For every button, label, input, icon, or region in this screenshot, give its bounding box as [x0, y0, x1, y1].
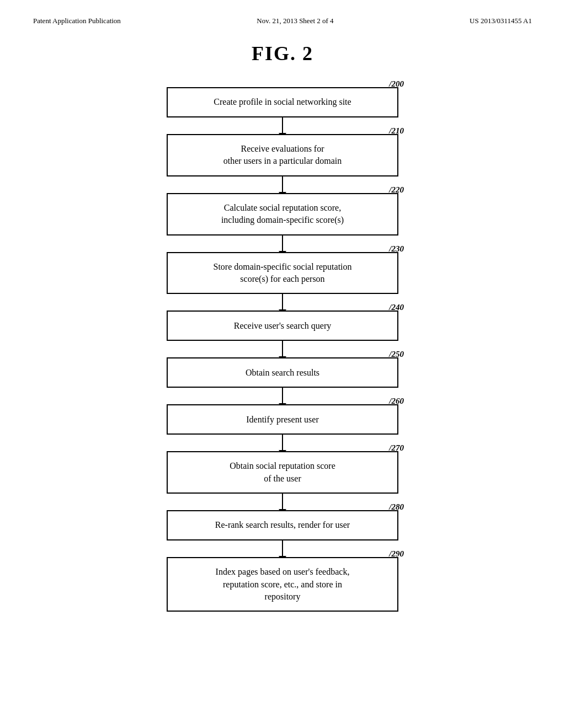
box-wrapper-240: /240Receive user's search query [167, 311, 398, 341]
step-box-230: Store domain-specific social reputations… [167, 252, 398, 295]
step-label-250: /250 [389, 350, 404, 359]
box-wrapper-250: /250Obtain search results [167, 357, 398, 388]
flow-item-290: /290Index pages based on user's feedback… [33, 557, 532, 612]
flow-item-260: /260Identify present user [33, 404, 532, 435]
arrow-260-to-270 [282, 435, 283, 451]
flow-item-200: /200Create profile in social networking … [33, 87, 532, 117]
box-wrapper-220: /220Calculate social reputation score,in… [167, 193, 398, 235]
step-label-280: /280 [389, 502, 404, 512]
arrow-220-to-230 [282, 235, 283, 252]
step-label-240: /240 [389, 303, 404, 312]
header-left: Patent Application Publication [33, 17, 121, 25]
step-box-250: Obtain search results [167, 357, 398, 388]
step-box-270: Obtain social reputation scoreof the use… [167, 451, 398, 494]
arrow-210-to-220 [282, 176, 283, 193]
step-box-210: Receive evaluations forother users in a … [167, 134, 398, 176]
flow-item-250: /250Obtain search results [33, 357, 532, 388]
flow-item-210: /210Receive evaluations forother users i… [33, 134, 532, 176]
box-wrapper-200: /200Create profile in social networking … [167, 87, 398, 117]
page: Patent Application Publication Nov. 21, … [0, 0, 565, 728]
step-label-260: /260 [389, 397, 404, 406]
step-label-220: /220 [389, 185, 404, 195]
arrow-200-to-210 [282, 117, 283, 134]
step-box-290: Index pages based on user's feedback,rep… [167, 557, 398, 612]
figure-title: FIG. 2 [33, 42, 532, 65]
arrow-250-to-260 [282, 388, 283, 404]
box-wrapper-290: /290Index pages based on user's feedback… [167, 557, 398, 612]
box-wrapper-270: /270Obtain social reputation scoreof the… [167, 451, 398, 494]
header-right: US 2013/0311455 A1 [470, 17, 532, 25]
flow-item-230: /230Store domain-specific social reputat… [33, 252, 532, 295]
step-box-220: Calculate social reputation score,includ… [167, 193, 398, 235]
flow-item-270: /270Obtain social reputation scoreof the… [33, 451, 532, 494]
arrow-240-to-250 [282, 341, 283, 357]
flow-item-280: /280Re-rank search results, render for u… [33, 510, 532, 540]
step-label-290: /290 [389, 549, 404, 559]
step-label-270: /270 [389, 443, 404, 453]
step-box-200: Create profile in social networking site [167, 87, 398, 117]
header-center: Nov. 21, 2013 Sheet 2 of 4 [257, 17, 333, 25]
step-box-280: Re-rank search results, render for user [167, 510, 398, 540]
flowchart: /200Create profile in social networking … [33, 87, 532, 612]
step-box-240: Receive user's search query [167, 311, 398, 341]
box-wrapper-230: /230Store domain-specific social reputat… [167, 252, 398, 295]
arrow-270-to-280 [282, 494, 283, 510]
arrow-280-to-290 [282, 540, 283, 557]
flow-item-220: /220Calculate social reputation score,in… [33, 193, 532, 235]
flow-item-240: /240Receive user's search query [33, 311, 532, 341]
box-wrapper-210: /210Receive evaluations forother users i… [167, 134, 398, 176]
arrow-230-to-240 [282, 294, 283, 311]
box-wrapper-280: /280Re-rank search results, render for u… [167, 510, 398, 540]
step-box-260: Identify present user [167, 404, 398, 435]
page-header: Patent Application Publication Nov. 21, … [33, 17, 532, 25]
step-label-230: /230 [389, 244, 404, 254]
step-label-200: /200 [389, 79, 404, 89]
box-wrapper-260: /260Identify present user [167, 404, 398, 435]
step-label-210: /210 [389, 126, 404, 136]
